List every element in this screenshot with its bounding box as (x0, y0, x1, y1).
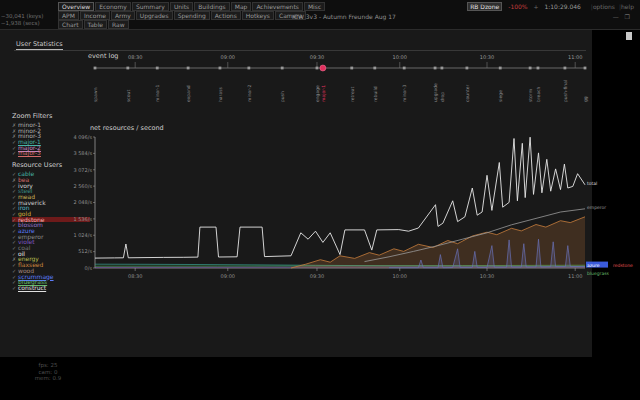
screen: ~30,041 (keys)~1,938 (secs) OverviewEcon… (0, 0, 640, 400)
event-label: push (280, 91, 285, 102)
x-tick-label: 10:00 (393, 273, 407, 279)
event-marker[interactable] (156, 67, 159, 70)
x-tick-label: 08:30 (128, 273, 142, 279)
event-label: breach (536, 86, 541, 102)
event-marker[interactable] (219, 67, 222, 70)
y-tick-label: 2 048/s (73, 199, 92, 205)
y-tick-label: 3 584/s (73, 150, 92, 156)
timeline-tick-label: 09:30 (310, 54, 324, 60)
event-marker[interactable] (466, 67, 469, 70)
scrollbar-thumb[interactable] (626, 32, 632, 40)
series-end-label-emperor: emperor (587, 205, 606, 210)
event-marker[interactable] (499, 67, 502, 70)
series-end-label-redstone: redstone (613, 263, 633, 268)
event-label: storm (528, 89, 533, 102)
event-log-title: event log (88, 52, 119, 60)
series-end-label-total: total (587, 181, 597, 186)
timeline-tick-label: 10:00 (393, 54, 407, 60)
event-label: drop (440, 92, 445, 102)
x-tick-label: 11:00 (568, 273, 582, 279)
timeline-tick-label: 10:30 (480, 54, 494, 60)
event-marker[interactable] (434, 67, 437, 70)
timeline-tick-label: 11:00 (568, 54, 582, 60)
event-label: minor-2 (247, 85, 252, 102)
event-marker[interactable] (247, 67, 250, 70)
event-label: upgrade (433, 83, 438, 102)
y-tick-label: 512/s (78, 248, 92, 254)
x-tick-label: 09:00 (221, 273, 235, 279)
event-label: counter (465, 85, 470, 102)
y-tick-label: 1 536/s (73, 216, 92, 222)
event-label: expand (186, 85, 191, 102)
event-marker[interactable] (441, 67, 444, 70)
event-marker[interactable] (584, 67, 587, 70)
event-marker[interactable] (126, 67, 129, 70)
event-marker[interactable] (564, 67, 567, 70)
event-label: minor-3 (402, 85, 407, 102)
event-label: spawn (93, 87, 98, 102)
y-tick-label: 4 096/s (73, 134, 92, 140)
debug-line: mem: 0.9 (26, 375, 70, 382)
event-marker[interactable] (350, 67, 353, 70)
event-marker[interactable] (529, 67, 532, 70)
event-label: major-1 (321, 85, 326, 102)
event-label: engage (315, 85, 320, 102)
x-tick-label: 09:30 (310, 273, 324, 279)
chart-and-timeline-canvas: event log08:3009:0009:3010:0010:3011:00s… (0, 0, 640, 400)
event-marker[interactable] (373, 67, 376, 70)
event-marker[interactable] (94, 67, 97, 70)
y-tick-label: 2 560/s (73, 183, 92, 189)
chart-title: net resources / second (90, 124, 164, 132)
event-marker[interactable] (537, 67, 540, 70)
timeline-tick-label: 09:00 (221, 54, 235, 60)
y-tick-label: 0/s (85, 265, 93, 271)
event-label: harass (218, 86, 223, 102)
series-end-label-bluegrass: bluegrass (587, 271, 610, 276)
event-label: siege (498, 90, 503, 102)
debug-overlay-text: fps: 25cam: 0mem: 0.9 (26, 362, 70, 382)
event-marker[interactable] (187, 67, 190, 70)
event-marker[interactable] (403, 67, 406, 70)
event-label: minor-1 (155, 85, 160, 102)
event-marker[interactable] (316, 67, 319, 70)
y-tick-label: 3 072/s (73, 167, 92, 173)
event-label: retreat (350, 86, 355, 102)
series-end-label-azure: azure (587, 263, 600, 268)
y-tick-label: 1 024/s (73, 232, 92, 238)
event-label: push-final (563, 80, 568, 102)
timeline-tick-label: 08:30 (128, 54, 142, 60)
event-label: scout (126, 90, 131, 102)
event-marker[interactable] (281, 67, 284, 70)
event-marker-highlight[interactable] (320, 65, 326, 71)
event-label: gg (583, 96, 588, 102)
x-tick-label: 10:30 (480, 273, 494, 279)
event-label: rebuild (373, 86, 378, 102)
